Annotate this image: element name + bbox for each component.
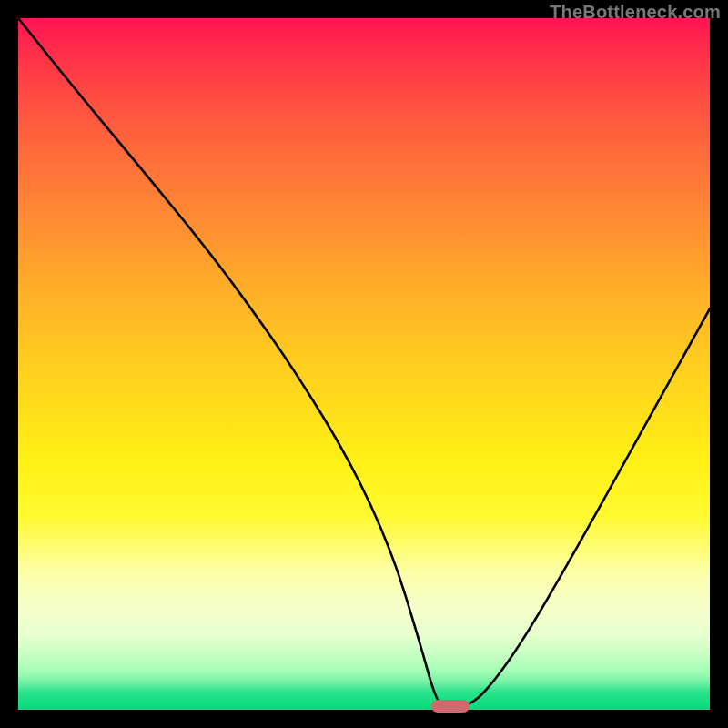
chart-curve xyxy=(18,18,710,710)
watermark-text: TheBottleneck.com xyxy=(550,2,721,23)
chart-container: TheBottleneck.com xyxy=(0,0,728,728)
minimum-marker xyxy=(431,700,470,713)
